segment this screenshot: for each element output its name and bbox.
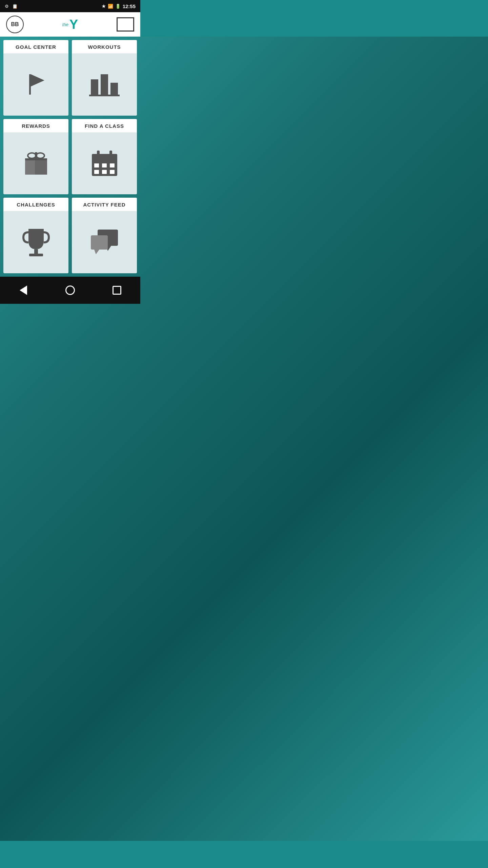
svg-rect-9 xyxy=(25,158,47,160)
workouts-icon-area xyxy=(72,54,137,116)
home-button[interactable] xyxy=(62,282,79,299)
svg-rect-21 xyxy=(110,170,115,174)
logo: the Y xyxy=(62,18,78,31)
gift-icon xyxy=(22,149,50,178)
challenges-card[interactable]: CHALLENGES xyxy=(3,198,68,273)
logo-the: the xyxy=(62,22,68,27)
svg-rect-22 xyxy=(34,249,38,254)
svg-point-6 xyxy=(28,153,36,158)
recent-apps-button[interactable] xyxy=(108,282,125,299)
rewards-title: REWARDS xyxy=(3,119,68,133)
clipboard-icon: 📋 xyxy=(12,4,18,9)
flag-icon xyxy=(22,71,49,98)
svg-rect-3 xyxy=(101,74,108,95)
trophy-icon xyxy=(22,227,50,258)
find-a-class-icon-area xyxy=(72,133,137,195)
main-grid: GOAL CENTER WORKOUTS REWARDS xyxy=(0,37,140,277)
svg-point-7 xyxy=(36,153,44,158)
avatar-button[interactable]: BB xyxy=(6,16,24,33)
svg-rect-4 xyxy=(110,83,118,95)
back-button[interactable] xyxy=(15,282,32,299)
activity-feed-icon-area xyxy=(72,211,137,273)
svg-marker-1 xyxy=(31,74,44,86)
barcode-icon xyxy=(123,19,128,29)
barcode-scanner-button[interactable] xyxy=(117,17,134,32)
bottom-navigation xyxy=(0,277,140,304)
battery-icon: 🔋 xyxy=(115,4,121,9)
goal-center-title: GOAL CENTER xyxy=(3,40,68,54)
home-icon xyxy=(65,285,75,295)
svg-rect-11 xyxy=(25,160,35,175)
status-bar-right: ★ 📶 🔋 12:55 xyxy=(102,3,136,9)
svg-rect-17 xyxy=(102,163,107,167)
header: BB the Y xyxy=(0,12,140,37)
workouts-title: WORKOUTS xyxy=(72,40,137,54)
svg-marker-27 xyxy=(94,250,99,254)
goal-center-icon-area xyxy=(3,54,68,116)
status-bar-left: ⚙ 📋 xyxy=(5,4,18,9)
svg-rect-2 xyxy=(91,79,98,95)
svg-rect-5 xyxy=(89,95,120,96)
challenges-title: CHALLENGES xyxy=(3,198,68,211)
bluetooth-icon: ★ xyxy=(102,4,106,9)
back-icon xyxy=(20,285,27,295)
status-bar: ⚙ 📋 ★ 📶 🔋 12:55 xyxy=(0,0,140,12)
settings-icon: ⚙ xyxy=(5,4,9,9)
svg-rect-0 xyxy=(29,74,31,95)
svg-rect-20 xyxy=(102,170,107,174)
status-time: 12:55 xyxy=(123,3,136,9)
challenges-icon-area xyxy=(3,211,68,273)
bar-chart-icon xyxy=(89,71,120,98)
svg-rect-26 xyxy=(91,235,108,250)
workouts-card[interactable]: WORKOUTS xyxy=(72,40,137,116)
svg-rect-18 xyxy=(110,163,115,167)
svg-rect-23 xyxy=(29,254,43,256)
rewards-icon-area xyxy=(3,133,68,195)
logo-y: Y xyxy=(69,18,78,31)
goal-center-card[interactable]: GOAL CENTER xyxy=(3,40,68,116)
rewards-card[interactable]: REWARDS xyxy=(3,119,68,195)
activity-feed-title: ACTIVITY FEED xyxy=(72,198,137,211)
svg-rect-16 xyxy=(94,163,99,167)
find-a-class-title: FIND A CLASS xyxy=(72,119,137,133)
find-a-class-card[interactable]: FIND A CLASS xyxy=(72,119,137,195)
signal-icon: 📶 xyxy=(108,4,113,9)
recent-apps-icon xyxy=(113,286,121,295)
svg-rect-15 xyxy=(92,154,117,161)
activity-feed-card[interactable]: ACTIVITY FEED xyxy=(72,198,137,273)
calendar-icon xyxy=(90,149,119,178)
svg-rect-19 xyxy=(94,170,99,174)
chat-icon xyxy=(89,228,120,257)
